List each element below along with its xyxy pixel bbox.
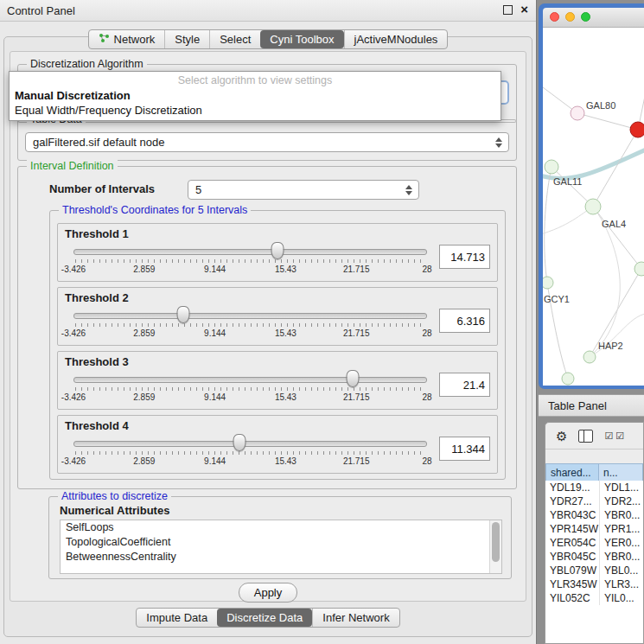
slider-thumb[interactable]	[347, 370, 360, 387]
tab-network[interactable]: Network	[89, 30, 165, 48]
table-cell[interactable]: YLR3...	[599, 577, 643, 591]
gear-icon[interactable]: ⚙	[556, 430, 567, 443]
network-node[interactable]	[562, 373, 574, 385]
table-cell[interactable]: YER054C	[545, 536, 599, 550]
network-node[interactable]	[583, 351, 596, 363]
checkbox-icons[interactable]: ☑☑	[604, 430, 627, 442]
scale-label: 28	[422, 392, 431, 402]
slider-thumb[interactable]	[233, 434, 246, 451]
tab-discretize-data[interactable]: Discretize Data	[217, 609, 312, 627]
column-header-shared-name[interactable]: shared...	[545, 463, 599, 481]
table-cell[interactable]: YPR145W	[545, 522, 599, 536]
network-node-selected[interactable]	[630, 122, 644, 137]
slider-track[interactable]	[73, 441, 427, 447]
threshold-value-field[interactable]: 21.4	[439, 373, 490, 397]
table-row[interactable]: YER054C YER0...	[545, 536, 643, 550]
network-node[interactable]	[543, 277, 553, 289]
scale-label: 2.859	[133, 328, 155, 338]
table-row[interactable]: YLR345W YLR3...	[545, 577, 643, 591]
table-row[interactable]: YIL052C YIL0...	[545, 591, 643, 605]
threshold-value-field[interactable]: 14.713	[439, 245, 490, 269]
scale-label: 15.43	[275, 392, 296, 402]
threshold-value-field[interactable]: 6.316	[439, 309, 490, 333]
network-node[interactable]	[634, 262, 644, 276]
tab-impute-data[interactable]: Impute Data	[137, 609, 217, 627]
scrollbar-thumb[interactable]	[492, 522, 500, 562]
table-cell[interactable]: YBR0...	[599, 550, 643, 564]
table-data-selected-value: galFiltered.sif default node	[33, 136, 164, 149]
table-cell[interactable]: YER0...	[599, 536, 643, 550]
table-cell[interactable]: YDL19...	[545, 481, 599, 494]
network-node[interactable]	[545, 160, 558, 174]
tab-label: Select	[220, 33, 251, 46]
threshold-value-field[interactable]: 11.344	[439, 437, 490, 461]
tab-cyni-toolbox[interactable]: Cyni Toolbox	[260, 30, 343, 48]
window-title: Control Panel	[7, 4, 75, 17]
thresholds-group: Threshold's Coordinates for 5 Intervals …	[49, 210, 506, 480]
attribute-list-item[interactable]: SelfLoops	[61, 520, 501, 535]
table-cell[interactable]: YBR045C	[545, 550, 599, 564]
threshold-slider[interactable]: -3.4262.8599.14415.4321.71528	[73, 241, 427, 277]
table-cell[interactable]: YIL052C	[545, 591, 599, 605]
table-header-row: shared... n...	[545, 463, 643, 481]
tab-label: Cyni Toolbox	[270, 33, 334, 46]
network-node[interactable]	[571, 106, 584, 120]
table-cell[interactable]: YPR1...	[599, 522, 643, 536]
column-view-icon[interactable]	[578, 430, 593, 443]
screen: Control Panel × Network	[0, 0, 644, 644]
table-cell[interactable]: YBL0...	[599, 564, 643, 577]
tab-infer-network[interactable]: Infer Network	[312, 609, 399, 627]
table-row[interactable]: YBR043C YBR0...	[545, 508, 643, 522]
table-row[interactable]: YPR145W YPR1...	[545, 522, 643, 536]
algorithm-dropdown-popup: Select algorithm to view settings Manual…	[9, 71, 501, 121]
attribute-list-item[interactable]: TopologicalCoefficient	[61, 535, 501, 550]
table-cell[interactable]: YBR043C	[545, 508, 599, 522]
table-panel-header: Table Panel	[539, 394, 644, 417]
table-cell[interactable]: YLR345W	[545, 577, 599, 591]
apply-button[interactable]: Apply	[239, 583, 297, 603]
table-cell[interactable]: YIL0...	[599, 591, 643, 605]
slider-thumb[interactable]	[271, 242, 284, 259]
slider-track[interactable]	[73, 377, 427, 383]
network-icon	[99, 33, 110, 46]
table-toolbar: ⚙ ☑☑	[545, 423, 643, 450]
slider-thumb[interactable]	[176, 306, 189, 323]
list-scrollbar[interactable]	[489, 520, 501, 573]
network-node[interactable]	[585, 199, 601, 214]
table-cell[interactable]: YBL079W	[545, 564, 599, 577]
float-window-icon[interactable]	[503, 5, 513, 15]
node-label: GAL80	[586, 100, 615, 111]
minimize-traffic-light-icon[interactable]	[565, 12, 575, 22]
numerical-attributes-list: SelfLoops TopologicalCoefficient Between…	[60, 520, 502, 574]
table-cell[interactable]: YDL1...	[599, 481, 643, 494]
threshold-panel-1: Threshold 1 -3.4262.8599.14415.4321.7152…	[57, 223, 498, 282]
table-row[interactable]: YBR045C YBR0...	[545, 550, 643, 564]
table-row[interactable]: YDL19... YDL1...	[545, 481, 643, 494]
scale-label: -3.426	[61, 265, 86, 274]
number-of-intervals-combobox[interactable]: 5	[188, 180, 419, 200]
table-row[interactable]: YBL079W YBL0...	[545, 564, 643, 577]
column-header-name[interactable]: n...	[599, 463, 643, 481]
close-icon[interactable]: ×	[520, 2, 528, 17]
tab-select[interactable]: Select	[209, 30, 260, 48]
threshold-slider[interactable]: -3.4262.8599.14415.4321.71528	[73, 305, 427, 341]
threshold-slider[interactable]: -3.4262.8599.14415.4321.71528	[73, 433, 427, 469]
table-cell[interactable]: YDR2...	[599, 494, 643, 508]
attribute-list-item[interactable]: BetweennessCentrality	[61, 550, 501, 564]
close-traffic-light-icon[interactable]	[550, 12, 559, 22]
dropdown-option-manual-discretization[interactable]: Manual Discretization	[10, 88, 501, 103]
bottom-tabbar: Impute Data Discretize Data Infer Networ…	[4, 608, 532, 628]
table-row[interactable]: YDR27... YDR2...	[545, 494, 643, 508]
dropdown-option-equal-width-frequency[interactable]: Equal Width/Frequency Discretization	[10, 103, 501, 118]
network-canvas[interactable]: GAL80 GAL11 GAL4 GCY1 HAP2	[543, 28, 644, 386]
table-data-combobox[interactable]: galFiltered.sif default node	[25, 132, 509, 152]
tab-style[interactable]: Style	[164, 30, 209, 48]
zoom-traffic-light-icon[interactable]	[581, 12, 590, 22]
tab-jactivemnodules[interactable]: jActiveMNodules	[344, 30, 448, 48]
slider-track[interactable]	[73, 249, 427, 255]
interval-definition-label: Interval Definition	[27, 160, 118, 172]
threshold-slider[interactable]: -3.4262.8599.14415.4321.71528	[73, 369, 427, 405]
table-cell[interactable]: YDR27...	[545, 494, 599, 508]
table-cell[interactable]: YBR0...	[599, 508, 643, 522]
slider-track[interactable]	[73, 313, 427, 319]
